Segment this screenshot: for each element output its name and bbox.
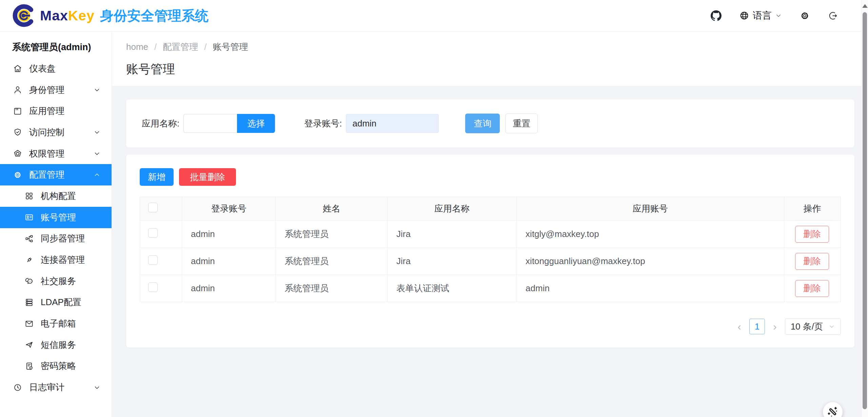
cell-login: admin: [182, 248, 276, 275]
delete-button[interactable]: 删除: [795, 226, 829, 243]
select-all-header: [140, 197, 182, 221]
sidebar-item-sms[interactable]: 短信服务: [0, 334, 112, 356]
reset-button[interactable]: 重置: [505, 114, 538, 133]
table-panel: 新增 批量删除 登录账号 姓名 应用名称 应用账号: [126, 155, 854, 348]
brand-name: MaxKey: [40, 8, 95, 24]
batch-delete-button[interactable]: 批量删除: [179, 168, 236, 186]
pentagon-icon: [13, 149, 22, 158]
breadcrumb-current: 账号管理: [213, 41, 248, 53]
breadcrumb: home / 配置管理 / 账号管理: [126, 41, 868, 53]
chevron-down-icon: [775, 12, 782, 19]
header-actions: 语言: [711, 9, 838, 22]
prev-page-button[interactable]: ‹: [737, 321, 741, 332]
filter-panel: 应用名称: 选择 登录账号: 查询 重置: [126, 99, 854, 147]
app-header: MaxKey 身份安全管理系统 语言: [0, 0, 868, 32]
select-app-button[interactable]: 选择: [237, 114, 275, 133]
sidebar-nav: 仪表盘 身份管理 应用管理 访问控制 权限管理: [0, 58, 112, 398]
delete-button[interactable]: 删除: [795, 253, 829, 270]
sidebar-item-org-config[interactable]: 机构配置: [0, 185, 112, 207]
chevron-down-icon: [828, 323, 835, 330]
col-actions: 操作: [784, 197, 841, 221]
add-button[interactable]: 新增: [140, 168, 174, 186]
sidebar-item-email[interactable]: 电子邮箱: [0, 313, 112, 334]
row-checkbox[interactable]: [148, 228, 158, 238]
sidebar-item-access-control[interactable]: 访问控制: [0, 122, 112, 143]
page-scrollbar: [861, 0, 868, 417]
table-header-row: 登录账号 姓名 应用名称 应用账号 操作: [140, 197, 841, 221]
login-account-label: 登录账号:: [304, 118, 342, 130]
breadcrumb-config[interactable]: 配置管理: [163, 41, 198, 53]
main-content: home / 配置管理 / 账号管理 账号管理 应用名称: 选择 登录账号: 查…: [112, 32, 868, 417]
col-login-account: 登录账号: [182, 197, 276, 221]
mail-icon: [24, 319, 34, 329]
sidebar-item-permissions[interactable]: 权限管理: [0, 143, 112, 164]
doc-shield-icon: [24, 361, 34, 371]
page-size-value: 10 条/页: [791, 321, 823, 333]
github-icon[interactable]: [711, 10, 722, 21]
breadcrumb-home[interactable]: home: [126, 42, 148, 52]
table-toolbar: 新增 批量删除: [140, 168, 841, 186]
server-icon: [24, 298, 34, 307]
sidebar-item-social[interactable]: 社交服务: [0, 271, 112, 292]
sidebar-item-connector[interactable]: 连接器管理: [0, 249, 112, 271]
clock-icon: [13, 383, 22, 392]
page-header: home / 配置管理 / 账号管理 账号管理: [112, 32, 868, 86]
app-name-input[interactable]: [183, 114, 237, 133]
cell-app: Jira: [387, 248, 516, 275]
app-title: 身份安全管理系统: [100, 6, 209, 25]
sidebar-item-config[interactable]: 配置管理: [0, 164, 112, 185]
cell-app: 表单认证测试: [387, 275, 516, 302]
page-title: 账号管理: [126, 61, 868, 78]
col-app-name: 应用名称: [387, 197, 516, 221]
id-card-icon: [24, 213, 34, 222]
page-number[interactable]: 1: [749, 319, 765, 334]
scroll-up-arrow[interactable]: [862, 4, 868, 8]
table-row: admin 系统管理员 Jira xitgly@maxkey.top 删除: [140, 221, 841, 248]
settings-gear-icon[interactable]: [800, 11, 810, 21]
page-size-select[interactable]: 10 条/页: [785, 318, 841, 335]
cell-app-account: admin: [517, 275, 784, 302]
sidebar-item-apps[interactable]: 应用管理: [0, 100, 112, 122]
delete-button[interactable]: 删除: [795, 280, 829, 297]
sidebar-item-audit-log[interactable]: 日志审计: [0, 377, 112, 398]
sidebar-user: 系统管理员(admin): [0, 32, 112, 58]
cell-name: 系统管理员: [276, 221, 388, 248]
sidebar-item-password-policy[interactable]: 密码策略: [0, 356, 112, 377]
chat-icon: [24, 276, 34, 286]
sidebar-item-synchronizer[interactable]: 同步器管理: [0, 228, 112, 250]
sidebar-item-ldap[interactable]: LDAP配置: [0, 292, 112, 313]
sitemap-icon: [24, 234, 34, 243]
language-switcher[interactable]: 语言: [739, 9, 782, 22]
login-account-input[interactable]: [346, 114, 439, 133]
pagination: ‹ 1 › 10 条/页: [140, 318, 841, 335]
cell-login: admin: [182, 221, 276, 248]
col-app-account: 应用账号: [517, 197, 784, 221]
user-icon: [13, 85, 22, 95]
grid-icon: [24, 191, 34, 201]
cell-app: Jira: [387, 221, 516, 248]
chevron-down-icon: [93, 86, 101, 94]
sidebar-item-identity[interactable]: 身份管理: [0, 79, 112, 101]
search-button[interactable]: 查询: [465, 114, 500, 133]
app-window-icon: [13, 106, 22, 116]
row-checkbox[interactable]: [148, 282, 158, 292]
chevron-down-icon: [93, 150, 101, 157]
chevron-up-icon: [93, 171, 101, 179]
plug-icon: [24, 255, 34, 265]
row-checkbox[interactable]: [148, 255, 158, 265]
cell-login: admin: [182, 275, 276, 302]
logout-icon[interactable]: [828, 11, 838, 21]
sidebar: 系统管理员(admin) 仪表盘 身份管理 应用管理 访问控制: [0, 32, 112, 417]
app-name-label: 应用名称:: [142, 118, 179, 130]
select-all-checkbox[interactable]: [148, 203, 158, 212]
language-label: 语言: [753, 9, 772, 22]
next-page-button[interactable]: ›: [773, 321, 777, 332]
scrollbar-thumb[interactable]: [863, 12, 867, 409]
sidebar-item-dashboard[interactable]: 仪表盘: [0, 58, 112, 79]
chevron-down-icon: [93, 128, 101, 136]
globe-icon: [739, 11, 749, 21]
gear-icon: [13, 170, 22, 180]
cell-app-account: xitgly@maxkey.top: [517, 221, 784, 248]
cell-name: 系统管理员: [276, 275, 388, 302]
sidebar-item-account-management[interactable]: 账号管理: [0, 207, 112, 228]
